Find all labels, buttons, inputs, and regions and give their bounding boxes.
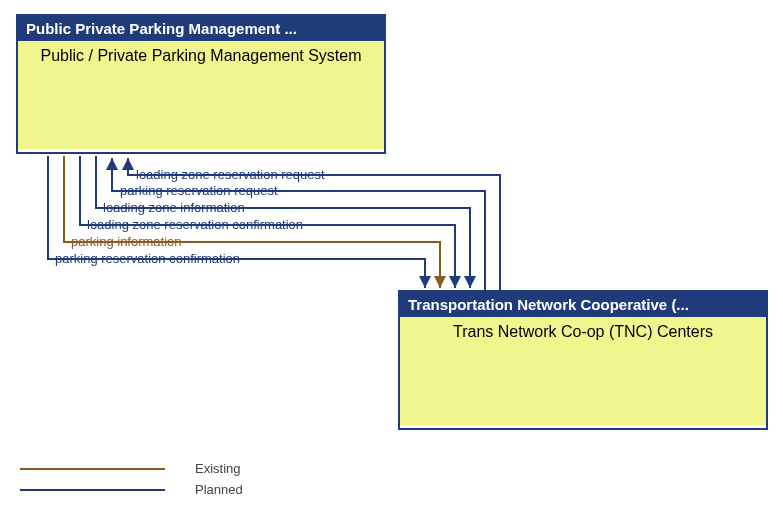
entity-body: Public / Private Parking Management Syst…	[18, 41, 384, 149]
legend-label: Planned	[195, 482, 243, 497]
entity-header: Public Private Parking Management ...	[18, 16, 384, 41]
entity-header: Transportation Network Cooperative (...	[400, 292, 766, 317]
flow-label: parking reservation request	[120, 183, 278, 198]
legend-label: Existing	[195, 461, 241, 476]
legend-line-existing	[20, 468, 165, 470]
flow-label: loading zone information	[103, 200, 245, 215]
entity-body-text: Trans Network Co-op (TNC) Centers	[453, 323, 713, 341]
entity-box-parking-mgmt[interactable]: Public Private Parking Management ... Pu…	[16, 14, 386, 154]
legend: Existing Planned	[20, 461, 243, 503]
flow-label: parking information	[71, 234, 182, 249]
entity-body-text: Public / Private Parking Management Syst…	[40, 47, 361, 65]
legend-line-planned	[20, 489, 165, 491]
legend-row-planned: Planned	[20, 482, 243, 497]
flow-label: loading zone reservation confirmation	[87, 217, 303, 232]
entity-body: Trans Network Co-op (TNC) Centers	[400, 317, 766, 425]
entity-box-tnc-centers[interactable]: Transportation Network Cooperative (... …	[398, 290, 768, 430]
flow-label: loading zone reservation request	[136, 167, 325, 182]
flow-label: parking reservation confirmation	[55, 251, 240, 266]
legend-row-existing: Existing	[20, 461, 243, 476]
